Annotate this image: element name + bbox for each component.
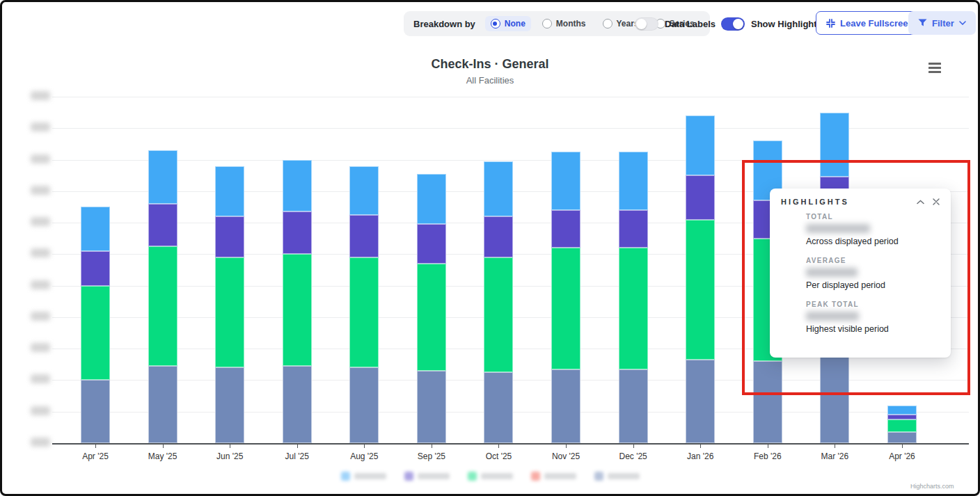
bar-apr25 xyxy=(81,207,110,443)
bar-segment[interactable] xyxy=(551,210,580,248)
bar-segment[interactable] xyxy=(148,204,177,246)
bar-segment[interactable] xyxy=(283,254,312,366)
highlight-label: AVERAGE xyxy=(806,257,940,264)
legend-chip-icon xyxy=(594,472,603,481)
compress-icon xyxy=(826,19,835,28)
highlight-caption: Across displayed period xyxy=(806,237,940,246)
y-axis-label-redacted xyxy=(31,280,50,289)
bar-segment[interactable] xyxy=(349,215,379,257)
x-axis-tick xyxy=(498,444,499,448)
x-axis-label: Jul '25 xyxy=(269,451,325,461)
bar-segment[interactable] xyxy=(283,366,312,443)
x-axis-label: Jan '26 xyxy=(672,451,728,461)
bar-segment[interactable] xyxy=(551,369,580,443)
bar-segment[interactable] xyxy=(417,224,446,264)
bar-segment[interactable] xyxy=(887,432,917,443)
bar-segment[interactable] xyxy=(686,175,715,219)
close-icon[interactable] xyxy=(933,198,940,205)
bar-segment[interactable] xyxy=(417,371,446,443)
radio-icon xyxy=(542,19,552,29)
y-axis-label-redacted xyxy=(31,91,50,100)
bar-segment[interactable] xyxy=(619,152,648,210)
bar-segment[interactable] xyxy=(349,166,379,215)
x-axis-label: Dec '25 xyxy=(606,451,661,461)
bar-segment[interactable] xyxy=(619,369,648,443)
filter-button[interactable]: Filter xyxy=(908,11,976,35)
bar-jun25 xyxy=(215,166,244,443)
bar-segment[interactable] xyxy=(484,161,513,216)
x-axis-tick xyxy=(902,444,903,448)
bar-segment[interactable] xyxy=(148,246,177,366)
bar-segment[interactable] xyxy=(283,211,312,254)
bar-segment[interactable] xyxy=(484,372,513,443)
bar-segment[interactable] xyxy=(81,380,110,443)
data-labels-label: Data Labels xyxy=(665,19,716,29)
radio-icon xyxy=(491,19,500,29)
redacted-value xyxy=(806,312,859,321)
bar-segment[interactable] xyxy=(81,251,110,286)
data-labels-toggle[interactable] xyxy=(635,17,658,31)
bar-segment[interactable] xyxy=(283,160,312,212)
x-axis-line xyxy=(52,443,969,445)
y-axis-label-redacted xyxy=(31,374,50,383)
x-axis-tick xyxy=(230,444,230,448)
radio-icon xyxy=(603,19,612,29)
bar-segment[interactable] xyxy=(215,367,244,443)
bar-segment[interactable] xyxy=(619,248,648,369)
x-axis-label: Feb '26 xyxy=(740,451,796,461)
collapse-chevron-up-icon[interactable] xyxy=(917,200,924,205)
legend-item-4[interactable] xyxy=(531,472,576,481)
bar-segment[interactable] xyxy=(686,220,715,360)
x-axis-tick xyxy=(432,444,432,448)
bar-segment[interactable] xyxy=(148,150,177,204)
bar-segment[interactable] xyxy=(484,216,513,257)
bar-segment[interactable] xyxy=(215,166,244,216)
chart-subtitle: All Facilities xyxy=(0,75,980,86)
highcharts-credit[interactable]: Highcharts.com xyxy=(910,483,954,490)
bar-segment[interactable] xyxy=(215,257,244,367)
bar-segment[interactable] xyxy=(349,257,379,367)
toggle-knob xyxy=(733,19,743,29)
x-axis-tick xyxy=(633,444,634,448)
gridline xyxy=(52,97,969,97)
bar-segment[interactable] xyxy=(887,419,917,432)
x-axis-label: Nov '25 xyxy=(538,451,594,461)
legend-item-5[interactable] xyxy=(594,472,640,481)
bar-segment[interactable] xyxy=(417,264,446,371)
breakdown-option-months[interactable]: Months xyxy=(537,16,592,31)
bar-segment[interactable] xyxy=(887,406,917,415)
bar-segment[interactable] xyxy=(887,415,917,419)
bar-segment[interactable] xyxy=(349,367,379,443)
check-ins-dashboard: Breakdown by NoneMonthsYearsSeries Data … xyxy=(0,0,980,496)
legend-item-2[interactable] xyxy=(404,472,450,481)
show-highlights-toggle[interactable] xyxy=(721,17,745,31)
legend-label-redacted xyxy=(544,473,576,479)
leave-fullscreen-label: Leave Fullscreen xyxy=(840,18,914,29)
bar-segment[interactable] xyxy=(81,207,110,250)
option-label: Months xyxy=(556,19,586,29)
legend-label-redacted xyxy=(481,473,513,479)
legend-chip-icon xyxy=(531,472,540,481)
bar-segment[interactable] xyxy=(417,174,446,224)
bar-jan26 xyxy=(686,115,715,443)
legend-item-3[interactable] xyxy=(468,472,513,481)
bar-segment[interactable] xyxy=(551,248,580,369)
bar-segment[interactable] xyxy=(484,257,513,372)
y-axis-label-redacted xyxy=(31,122,50,131)
bar-segment[interactable] xyxy=(81,286,110,381)
x-axis-tick xyxy=(700,444,701,448)
breakdown-label: Breakdown by xyxy=(413,19,475,29)
highlights-panel-header: HIGHLIGHTS xyxy=(770,189,951,211)
x-axis-label: Apr '25 xyxy=(68,451,123,461)
bar-segment[interactable] xyxy=(148,366,177,443)
bar-segment[interactable] xyxy=(619,210,648,248)
bar-segment[interactable] xyxy=(551,152,580,210)
bar-segment[interactable] xyxy=(215,216,244,257)
bar-segment[interactable] xyxy=(686,115,715,175)
bar-segment[interactable] xyxy=(686,360,715,443)
highlights-panel: HIGHLIGHTS TOTALAcross displayed periodA… xyxy=(770,189,951,358)
show-highlights-group: Show Highlights xyxy=(721,11,822,36)
breakdown-option-none[interactable]: None xyxy=(485,16,531,31)
chart-context-menu-icon[interactable] xyxy=(928,63,941,73)
legend-item-1[interactable] xyxy=(341,472,386,481)
